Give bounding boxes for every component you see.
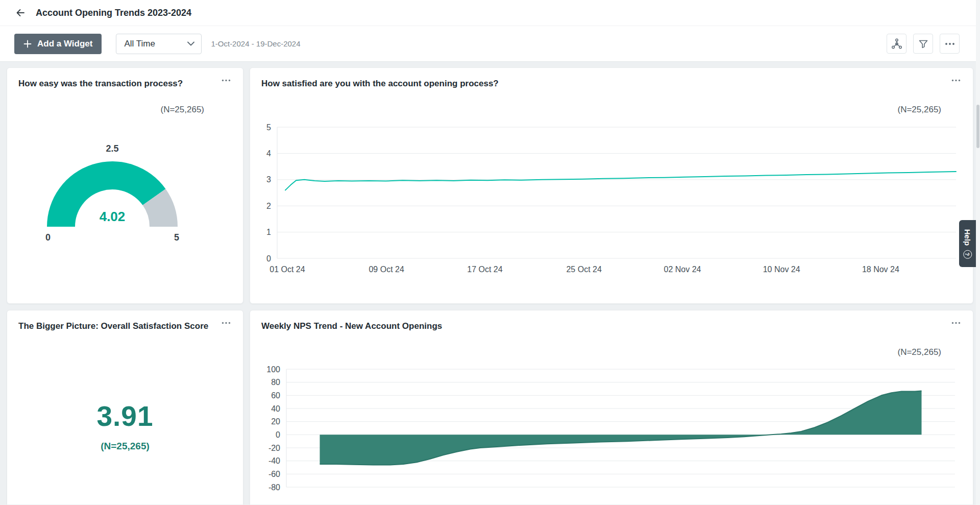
more-horizontal-icon: [951, 79, 961, 82]
svg-text:-20: -20: [268, 444, 280, 452]
svg-text:0: 0: [45, 232, 51, 243]
filter-button[interactable]: [913, 34, 933, 54]
more-options-button[interactable]: [940, 34, 960, 54]
date-range-label: 1-Oct-2024 - 19-Dec-2024: [211, 39, 300, 48]
more-horizontal-icon: [945, 42, 955, 45]
svg-text:-80: -80: [268, 483, 280, 492]
widget-satisfaction-trend: How satisfied are you with the account o…: [250, 67, 973, 304]
page-title: Account Opening Trends 2023-2024: [36, 8, 191, 18]
more-horizontal-icon: [951, 322, 961, 324]
svg-text:-40: -40: [268, 456, 280, 465]
more-horizontal-icon: [222, 322, 231, 324]
svg-text:4.02: 4.02: [100, 209, 126, 224]
time-filter-select[interactable]: All Time: [116, 34, 202, 54]
svg-text:17 Oct 24: 17 Oct 24: [467, 265, 502, 274]
scrollbar-track[interactable]: [976, 0, 980, 505]
add-widget-label: Add a Widget: [37, 39, 92, 49]
svg-text:10 Nov 24: 10 Nov 24: [763, 265, 800, 274]
widget-title: Weekly NPS Trend - New Account Openings: [261, 321, 442, 332]
svg-text:0: 0: [276, 430, 280, 439]
overall-score-value: 3.91: [96, 400, 153, 432]
widget-grid: How easy was the transaction process? (N…: [0, 62, 980, 504]
chevron-down-icon: [187, 41, 194, 46]
svg-text:-60: -60: [268, 470, 280, 478]
svg-text:2.5: 2.5: [106, 143, 118, 154]
help-label: Help: [963, 229, 972, 246]
widget-nps-trend: Weekly NPS Trend - New Account Openings …: [250, 310, 973, 504]
dashboard-page: Account Opening Trends 2023-2024 Add a W…: [0, 0, 980, 505]
help-tab[interactable]: Help ?: [959, 220, 976, 267]
svg-text:60: 60: [271, 391, 280, 400]
svg-text:3: 3: [266, 175, 271, 184]
gauge-chart[interactable]: 2.54.0205: [7, 143, 243, 246]
svg-text:4: 4: [266, 149, 271, 158]
svg-text:5: 5: [266, 123, 271, 132]
widget-menu-button[interactable]: [948, 321, 964, 325]
sample-size-label: (N=25,265): [250, 105, 973, 115]
svg-text:100: 100: [266, 366, 280, 374]
svg-text:18 Nov 24: 18 Nov 24: [862, 265, 899, 274]
sample-size-label: (N=25,265): [7, 105, 243, 115]
back-button[interactable]: [13, 6, 28, 20]
svg-text:1: 1: [266, 228, 271, 236]
share-nodes-icon: [891, 38, 902, 50]
toolbar-actions: [887, 34, 966, 54]
widget-title: How satisfied are you with the account o…: [261, 78, 499, 89]
add-widget-button[interactable]: Add a Widget: [14, 34, 102, 54]
sample-size-label: (N=25,265): [250, 347, 973, 357]
svg-text:40: 40: [271, 404, 280, 413]
header: Account Opening Trends 2023-2024: [0, 0, 980, 26]
plus-icon: [23, 40, 32, 48]
widget-menu-button[interactable]: [948, 78, 964, 83]
filter-funnel-icon: [918, 39, 928, 49]
question-circle-icon: ?: [963, 250, 972, 258]
satisfaction-line-chart[interactable]: 54321001 Oct 2409 Oct 2417 Oct 2425 Oct …: [250, 119, 973, 280]
svg-text:80: 80: [271, 378, 280, 387]
share-nodes-button[interactable]: [887, 34, 906, 54]
svg-text:5: 5: [174, 232, 179, 243]
widget-title: How easy was the transaction process?: [18, 78, 183, 89]
svg-text:0: 0: [266, 254, 271, 263]
scrollbar-thumb[interactable]: [976, 105, 979, 148]
widget-menu-button[interactable]: [218, 321, 234, 325]
nps-area-chart[interactable]: 100806040200-20-40-60-80: [250, 366, 973, 502]
svg-text:01 Oct 24: 01 Oct 24: [270, 265, 305, 274]
widget-transaction-ease: How easy was the transaction process? (N…: [7, 67, 243, 304]
arrow-left-icon: [15, 8, 26, 18]
svg-text:02 Nov 24: 02 Nov 24: [664, 265, 701, 274]
widget-overall-score: The Bigger Picture: Overall Satisfaction…: [7, 310, 243, 504]
svg-text:2: 2: [266, 202, 271, 210]
sample-size-label: (N=25,265): [101, 441, 150, 452]
time-filter-value: All Time: [124, 39, 155, 49]
more-horizontal-icon: [222, 79, 231, 82]
widget-title: The Bigger Picture: Overall Satisfaction…: [18, 321, 208, 332]
widget-menu-button[interactable]: [218, 78, 234, 83]
svg-text:25 Oct 24: 25 Oct 24: [566, 265, 601, 274]
svg-text:20: 20: [271, 417, 280, 426]
toolbar: Add a Widget All Time 1-Oct-2024 - 19-De…: [0, 26, 980, 62]
svg-text:09 Oct 24: 09 Oct 24: [369, 265, 404, 274]
